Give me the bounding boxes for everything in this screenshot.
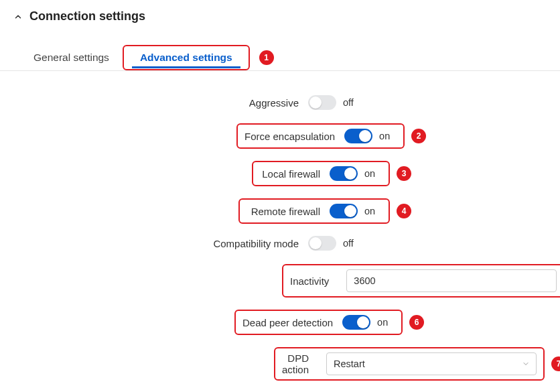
row-inactivity-wrap: Inactivity 5: [282, 264, 533, 298]
callout-badge-2: 2: [411, 129, 426, 143]
aggressive-label: Aggressive: [27, 97, 308, 109]
toggle-knob: [309, 237, 322, 249]
toggle-knob: [359, 130, 371, 142]
dpd-action-label: DPD action: [282, 352, 318, 375]
aggressive-state: off: [343, 97, 360, 108]
dpd-action-select-wrap: [326, 352, 537, 375]
compatibility-mode-label: Compatibility mode: [27, 238, 308, 249]
callout-inactivity: Inactivity: [282, 264, 560, 298]
dpd-action-select[interactable]: [326, 352, 537, 375]
callout-dpd-action: DPD action: [274, 347, 545, 381]
toggle-knob: [309, 96, 322, 109]
callout-badge-1: 1: [259, 50, 274, 65]
remote-firewall-state: on: [364, 206, 382, 216]
force-encapsulation-label: Force encapsulation: [244, 131, 344, 142]
inactivity-label: Inactivity: [290, 275, 338, 287]
row-local-firewall-wrap: Local firewall on 3: [252, 161, 533, 186]
compatibility-mode-toggle[interactable]: [308, 236, 336, 251]
callout-dead-peer-detection: Dead peer detection on: [234, 310, 403, 335]
callout-badge-4: 4: [397, 204, 411, 218]
callout-badge-3: 3: [397, 166, 411, 181]
force-encapsulation-state: on: [379, 131, 397, 141]
compatibility-mode-state: off: [343, 238, 360, 249]
row-compatibility-mode: Compatibility mode off: [27, 236, 533, 251]
row-remote-firewall-wrap: Remote firewall on 4: [238, 198, 533, 224]
toggle-knob: [344, 205, 356, 217]
tab-advanced-settings[interactable]: Advanced settings: [127, 48, 246, 68]
callout-local-firewall: Local firewall on: [252, 161, 390, 186]
callout-badge-6: 6: [409, 315, 424, 330]
dead-peer-detection-toggle[interactable]: [342, 315, 370, 330]
callout-force-encapsulation: Force encapsulation on: [236, 123, 405, 149]
dead-peer-detection-label: Dead peer detection: [242, 317, 342, 328]
local-firewall-label: Local firewall: [260, 168, 330, 180]
section-header[interactable]: Connection settings: [0, 7, 560, 26]
callout-remote-firewall: Remote firewall on: [238, 198, 390, 224]
callout-advanced-tab: Advanced settings: [123, 45, 250, 70]
row-aggressive: Aggressive off: [27, 95, 533, 110]
toggle-knob: [344, 168, 356, 180]
remote-firewall-toggle[interactable]: [330, 204, 358, 218]
local-firewall-state: on: [364, 168, 382, 179]
toggle-knob: [357, 316, 369, 328]
inactivity-input[interactable]: [346, 269, 557, 292]
tab-general-settings[interactable]: General settings: [20, 45, 123, 70]
row-dead-peer-detection-wrap: Dead peer detection on 6: [234, 310, 533, 335]
chevron-up-icon: [13, 12, 23, 21]
section-title: Connection settings: [29, 9, 145, 23]
advanced-settings-form: Aggressive off Force encapsulation on 2 …: [0, 71, 560, 387]
remote-firewall-label: Remote firewall: [247, 206, 330, 217]
aggressive-toggle[interactable]: [308, 95, 336, 110]
callout-badge-7: 7: [551, 356, 560, 371]
dead-peer-detection-state: on: [377, 317, 395, 328]
row-dpd-action-wrap: DPD action 7: [274, 347, 533, 381]
tabs-bar: General settings Advanced settings 1: [0, 45, 560, 71]
force-encapsulation-toggle[interactable]: [344, 129, 372, 143]
row-force-encapsulation-wrap: Force encapsulation on 2: [236, 123, 533, 149]
local-firewall-toggle[interactable]: [330, 166, 358, 181]
